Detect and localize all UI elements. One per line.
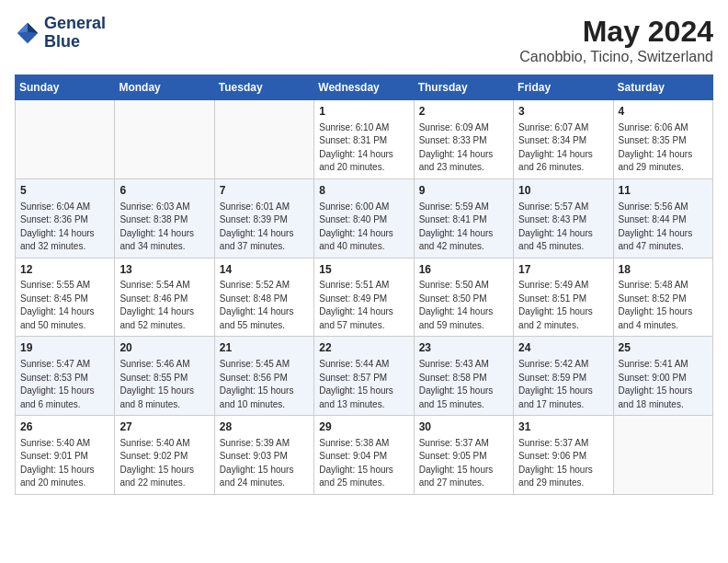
calendar-cell: 3Sunrise: 6:07 AMSunset: 8:34 PMDaylight… [514,100,613,179]
calendar-cell: 21Sunrise: 5:45 AMSunset: 8:56 PMDayligh… [214,337,313,416]
svg-marker-1 [28,23,38,33]
calendar-cell: 15Sunrise: 5:51 AMSunset: 8:49 PMDayligh… [314,258,414,337]
header-cell-thursday: Thursday [414,75,513,100]
cell-content: Sunrise: 5:55 AMSunset: 8:45 PMDaylight:… [20,279,109,332]
day-number: 22 [319,340,408,356]
cell-content: Sunrise: 5:50 AMSunset: 8:50 PMDaylight:… [419,279,508,332]
cell-content: Sunrise: 5:56 AMSunset: 8:44 PMDaylight:… [619,201,708,254]
cell-content: Sunrise: 5:59 AMSunset: 8:41 PMDaylight:… [419,201,508,254]
cell-content: Sunrise: 6:10 AMSunset: 8:31 PMDaylight:… [319,121,408,175]
calendar-cell: 28Sunrise: 5:39 AMSunset: 9:03 PMDayligh… [214,416,313,495]
calendar-cell: 20Sunrise: 5:46 AMSunset: 8:55 PMDayligh… [115,337,214,416]
cell-content: Sunrise: 5:42 AMSunset: 8:59 PMDaylight:… [518,358,608,411]
calendar-cell: 1Sunrise: 6:10 AMSunset: 8:31 PMDaylight… [314,100,414,179]
day-number: 7 [220,183,309,199]
cell-content: Sunrise: 5:49 AMSunset: 8:51 PMDaylight:… [518,279,608,332]
day-number: 27 [119,419,209,435]
calendar-cell: 13Sunrise: 5:54 AMSunset: 8:46 PMDayligh… [115,258,214,337]
calendar-cell: 4Sunrise: 6:06 AMSunset: 8:35 PMDaylight… [613,100,712,179]
day-number: 20 [119,340,209,356]
cell-content: Sunrise: 5:41 AMSunset: 9:00 PMDaylight:… [619,358,708,411]
calendar-week-row: 5Sunrise: 6:04 AMSunset: 8:36 PMDaylight… [16,178,713,258]
header-cell-wednesday: Wednesday [314,75,414,100]
day-number: 8 [319,183,408,199]
cell-content: Sunrise: 5:47 AMSunset: 8:53 PMDaylight:… [20,358,109,411]
header-cell-friday: Friday [514,75,613,100]
cell-content: Sunrise: 5:54 AMSunset: 8:46 PMDaylight:… [119,279,209,332]
day-number: 28 [220,419,309,435]
calendar-week-row: 12Sunrise: 5:55 AMSunset: 8:45 PMDayligh… [16,258,713,337]
day-number: 10 [518,183,608,199]
day-number: 11 [619,183,708,199]
cell-content: Sunrise: 6:00 AMSunset: 8:40 PMDaylight:… [319,201,408,254]
cell-content: Sunrise: 5:38 AMSunset: 9:04 PMDaylight:… [319,437,408,490]
day-number: 1 [319,104,408,120]
cell-content: Sunrise: 5:45 AMSunset: 8:56 PMDaylight:… [220,358,309,411]
day-number: 15 [319,262,408,278]
day-number: 4 [619,104,708,120]
logo-icon [15,20,40,46]
cell-content: Sunrise: 6:09 AMSunset: 8:33 PMDaylight:… [419,121,508,175]
main-title: May 2024 [519,15,713,49]
header-cell-sunday: Sunday [16,75,115,100]
day-number: 29 [319,419,408,435]
day-number: 3 [518,104,608,120]
logo-text: General Blue [44,15,106,52]
header-cell-monday: Monday [115,75,214,100]
calendar-cell [115,100,214,179]
cell-content: Sunrise: 5:39 AMSunset: 9:03 PMDaylight:… [220,437,309,490]
day-number: 17 [518,262,608,278]
calendar-cell: 22Sunrise: 5:44 AMSunset: 8:57 PMDayligh… [314,337,414,416]
calendar-cell: 30Sunrise: 5:37 AMSunset: 9:05 PMDayligh… [414,416,513,495]
day-number: 9 [419,183,508,199]
calendar-cell: 17Sunrise: 5:49 AMSunset: 8:51 PMDayligh… [514,258,613,337]
day-number: 31 [518,419,608,435]
title-area: May 2024 Canobbio, Ticino, Switzerland [519,15,713,65]
calendar-cell: 16Sunrise: 5:50 AMSunset: 8:50 PMDayligh… [414,258,513,337]
cell-content: Sunrise: 5:37 AMSunset: 9:06 PMDaylight:… [518,437,608,490]
calendar-cell [613,416,712,495]
cell-content: Sunrise: 6:06 AMSunset: 8:35 PMDaylight:… [619,121,708,175]
calendar-cell: 2Sunrise: 6:09 AMSunset: 8:33 PMDaylight… [414,100,513,179]
calendar-cell: 24Sunrise: 5:42 AMSunset: 8:59 PMDayligh… [514,337,613,416]
day-number: 14 [220,262,309,278]
calendar-cell [214,100,313,179]
calendar-cell: 25Sunrise: 5:41 AMSunset: 9:00 PMDayligh… [613,337,712,416]
cell-content: Sunrise: 5:43 AMSunset: 8:58 PMDaylight:… [419,358,508,411]
day-number: 30 [419,419,508,435]
calendar-cell: 14Sunrise: 5:52 AMSunset: 8:48 PMDayligh… [214,258,313,337]
calendar-cell [16,100,115,179]
calendar-cell: 18Sunrise: 5:48 AMSunset: 8:52 PMDayligh… [613,258,712,337]
calendar-table: SundayMondayTuesdayWednesdayThursdayFrid… [15,75,713,495]
day-number: 5 [20,183,109,199]
calendar-cell: 12Sunrise: 5:55 AMSunset: 8:45 PMDayligh… [16,258,115,337]
day-number: 2 [419,104,508,120]
cell-content: Sunrise: 5:48 AMSunset: 8:52 PMDaylight:… [619,279,708,332]
calendar-header-row: SundayMondayTuesdayWednesdayThursdayFrid… [16,75,713,100]
day-number: 24 [518,340,608,356]
cell-content: Sunrise: 5:37 AMSunset: 9:05 PMDaylight:… [419,437,508,490]
day-number: 19 [20,340,109,356]
calendar-week-row: 19Sunrise: 5:47 AMSunset: 8:53 PMDayligh… [16,337,713,416]
calendar-cell: 9Sunrise: 5:59 AMSunset: 8:41 PMDaylight… [414,178,513,258]
calendar-cell: 26Sunrise: 5:40 AMSunset: 9:01 PMDayligh… [16,416,115,495]
calendar-week-row: 26Sunrise: 5:40 AMSunset: 9:01 PMDayligh… [16,416,713,495]
calendar-cell: 10Sunrise: 5:57 AMSunset: 8:43 PMDayligh… [514,178,613,258]
calendar-cell: 23Sunrise: 5:43 AMSunset: 8:58 PMDayligh… [414,337,513,416]
calendar-cell: 19Sunrise: 5:47 AMSunset: 8:53 PMDayligh… [16,337,115,416]
day-number: 23 [419,340,508,356]
cell-content: Sunrise: 5:51 AMSunset: 8:49 PMDaylight:… [319,279,408,332]
day-number: 25 [619,340,708,356]
cell-content: Sunrise: 6:07 AMSunset: 8:34 PMDaylight:… [518,121,608,175]
calendar-cell: 27Sunrise: 5:40 AMSunset: 9:02 PMDayligh… [115,416,214,495]
cell-content: Sunrise: 5:57 AMSunset: 8:43 PMDaylight:… [518,201,608,254]
cell-content: Sunrise: 5:46 AMSunset: 8:55 PMDaylight:… [119,358,209,411]
cell-content: Sunrise: 5:40 AMSunset: 9:02 PMDaylight:… [119,437,209,490]
calendar-cell: 7Sunrise: 6:01 AMSunset: 8:39 PMDaylight… [214,178,313,258]
cell-content: Sunrise: 5:52 AMSunset: 8:48 PMDaylight:… [220,279,309,332]
day-number: 18 [619,262,708,278]
calendar-cell: 6Sunrise: 6:03 AMSunset: 8:38 PMDaylight… [115,178,214,258]
header: General Blue May 2024 Canobbio, Ticino, … [15,15,713,65]
calendar-cell: 31Sunrise: 5:37 AMSunset: 9:06 PMDayligh… [514,416,613,495]
calendar-week-row: 1Sunrise: 6:10 AMSunset: 8:31 PMDaylight… [16,100,713,179]
